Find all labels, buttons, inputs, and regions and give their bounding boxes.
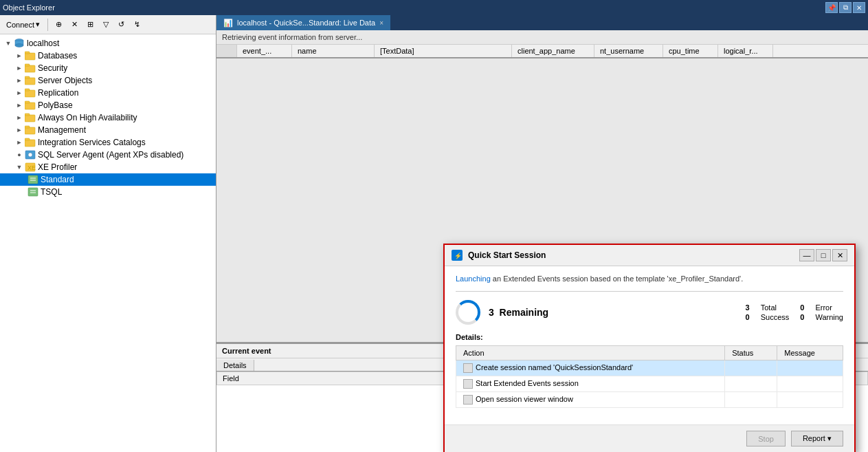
tree-item-polybase[interactable]: ► PolyBase bbox=[0, 99, 216, 111]
tree-item-standard[interactable]: Standard bbox=[0, 173, 216, 186]
report-button[interactable]: Report ▾ bbox=[791, 431, 843, 446]
status-bar: Retrieving event information from server… bbox=[216, 30, 868, 45]
expander-sql-agent[interactable]: ● bbox=[14, 151, 25, 158]
tree-item-integration-label: Integration Services Catalogs bbox=[38, 138, 146, 147]
server-icon bbox=[14, 38, 25, 49]
folder-icon-management bbox=[25, 125, 36, 136]
svg-rect-11 bbox=[25, 103, 35, 109]
expander-xe-profiler[interactable]: ▼ bbox=[14, 164, 25, 171]
expander-security[interactable]: ► bbox=[14, 65, 25, 72]
expander-integration[interactable]: ► bbox=[14, 139, 25, 146]
svg-point-20 bbox=[28, 153, 32, 157]
message-cell bbox=[777, 376, 843, 392]
error-val: 0 bbox=[800, 303, 804, 312]
tab-close-button[interactable]: × bbox=[379, 19, 383, 27]
expander-server-objects[interactable]: ► bbox=[14, 77, 25, 84]
tab-icon: 📊 bbox=[223, 19, 233, 28]
tree-item-server-objects-label: Server Objects bbox=[38, 76, 92, 85]
live-data-tab[interactable]: 📊 localhost - QuickSe...Standard: Live D… bbox=[216, 15, 391, 30]
expander-polybase[interactable]: ► bbox=[14, 102, 25, 109]
folder-icon bbox=[25, 50, 36, 61]
dialog-maximize-button[interactable]: □ bbox=[816, 249, 831, 261]
data-grid-header: event_... name [TextData] client_app_nam… bbox=[216, 45, 868, 58]
col-rownum bbox=[216, 45, 237, 57]
app-title-bar: Object Explorer 📌 ⧉ ✕ bbox=[0, 0, 868, 15]
tree-item-always-on-label: Always On High Availability bbox=[38, 113, 137, 122]
tree-item-integration[interactable]: ► Integration Services Catalogs bbox=[0, 136, 216, 149]
dialog-message-body: an Extended Events session based on the … bbox=[491, 275, 743, 283]
tree-item-security[interactable]: ► Security bbox=[0, 62, 216, 74]
svg-rect-5 bbox=[25, 65, 35, 72]
success-label: Success bbox=[761, 313, 790, 321]
svg-rect-26 bbox=[28, 188, 38, 196]
col-name[interactable]: name bbox=[292, 45, 375, 57]
properties-button[interactable]: ⊞ bbox=[84, 18, 97, 31]
svg-rect-8 bbox=[25, 76, 30, 78]
progress-section: 3 Remaining 3 Total 0 Error 0 Success 0 … bbox=[456, 300, 843, 325]
total-val: 3 bbox=[746, 303, 750, 312]
right-content-area: Retrieving event information from server… bbox=[216, 30, 868, 452]
svg-rect-4 bbox=[25, 52, 30, 54]
tree-item-management[interactable]: ► Management bbox=[0, 124, 216, 136]
action-row-icon bbox=[463, 363, 473, 373]
live-data-tab-label: localhost - QuickSe...Standard: Live Dat… bbox=[237, 19, 375, 27]
remaining-label: Remaining bbox=[500, 307, 549, 318]
col-textdata[interactable]: [TextData] bbox=[375, 45, 512, 57]
col-nt-username[interactable]: nt_username bbox=[594, 45, 663, 57]
dialog-details-header: Details: bbox=[456, 333, 843, 341]
svg-rect-6 bbox=[25, 64, 30, 66]
tree-item-databases[interactable]: ► Databases bbox=[0, 50, 216, 62]
col-logical-reads[interactable]: logical_r... bbox=[718, 45, 773, 57]
svg-rect-16 bbox=[25, 126, 30, 128]
expander-replication[interactable]: ► bbox=[14, 89, 25, 96]
action-row-icon bbox=[463, 379, 473, 389]
expander-localhost[interactable]: ▼ bbox=[3, 40, 14, 47]
dialog-divider bbox=[456, 291, 843, 292]
expander-databases[interactable]: ► bbox=[14, 52, 25, 59]
status-cell bbox=[725, 360, 777, 376]
warning-label: Warning bbox=[815, 313, 843, 321]
actions-table: Action Status Message Create session nam… bbox=[456, 345, 843, 408]
tree-item-xe-profiler[interactable]: ▼ XE XE Profiler bbox=[0, 161, 216, 173]
tree-item-tsql-label: TSQL bbox=[41, 187, 62, 197]
col-cpu-time[interactable]: cpu_time bbox=[663, 45, 718, 57]
new-query-button[interactable]: ⊕ bbox=[52, 18, 65, 31]
sql-agent-icon bbox=[25, 149, 36, 160]
details-tab[interactable]: Details bbox=[216, 360, 254, 371]
disconnect-button[interactable]: ✕ bbox=[68, 18, 81, 31]
tree-item-localhost[interactable]: ▼ localhost bbox=[0, 37, 216, 50]
col-event[interactable]: event_... bbox=[237, 45, 292, 57]
refresh-button[interactable]: ↺ bbox=[115, 18, 128, 31]
tree-item-management-label: Management bbox=[38, 125, 86, 135]
tree-item-always-on[interactable]: ► Always On High Availability bbox=[0, 111, 216, 124]
dialog-minimize-button[interactable]: — bbox=[799, 249, 814, 261]
error-label: Error bbox=[815, 303, 843, 312]
dialog-message-highlight: Launching bbox=[456, 275, 491, 283]
svg-point-2 bbox=[15, 44, 23, 47]
title-bar-buttons: 📌 ⧉ ✕ bbox=[825, 2, 865, 13]
expander-always-on[interactable]: ► bbox=[14, 114, 25, 121]
expander-management[interactable]: ► bbox=[14, 127, 25, 133]
progress-spinner bbox=[456, 300, 480, 325]
tree-item-server-objects[interactable]: ► Server Objects bbox=[0, 74, 216, 87]
svg-text:⚡: ⚡ bbox=[454, 252, 461, 259]
connect-button[interactable]: Connect ▾ bbox=[3, 18, 43, 31]
report-dropdown-icon[interactable]: ▾ bbox=[827, 434, 832, 442]
stop-button[interactable]: Stop bbox=[746, 431, 786, 446]
filter-button[interactable]: ▽ bbox=[100, 18, 112, 31]
close-panel-button[interactable]: ✕ bbox=[853, 2, 865, 13]
tree-item-tsql[interactable]: TSQL bbox=[0, 186, 216, 198]
svg-rect-18 bbox=[25, 138, 30, 140]
svg-rect-13 bbox=[25, 115, 35, 122]
col-client-app-name[interactable]: client_app_name bbox=[512, 45, 594, 57]
tree-item-sql-agent[interactable]: ● SQL Server Agent (Agent XPs disabled) bbox=[0, 149, 216, 161]
float-button[interactable]: ⧉ bbox=[839, 2, 852, 13]
tree-item-xe-profiler-label: XE Profiler bbox=[38, 162, 77, 172]
tree-item-replication[interactable]: ► Replication bbox=[0, 87, 216, 99]
collapse-button[interactable]: ↯ bbox=[131, 18, 144, 31]
connect-dropdown-icon[interactable]: ▾ bbox=[36, 20, 40, 29]
progress-stats: 3 Total 0 Error 0 Success 0 Warning bbox=[746, 303, 843, 321]
dialog-close-button[interactable]: ✕ bbox=[832, 249, 847, 261]
pin-button[interactable]: 📌 bbox=[825, 2, 838, 13]
object-explorer-panel: Connect ▾ ⊕ ✕ ⊞ ▽ ↺ ↯ ▼ bbox=[0, 15, 216, 452]
